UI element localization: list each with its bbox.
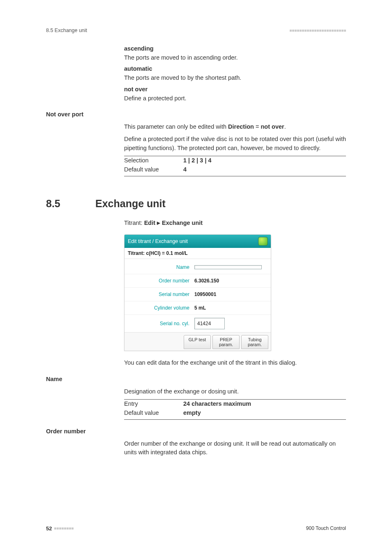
field-value-serial: 10950001 (194, 291, 216, 298)
text-bold: Edit ▸ Exchange unit (144, 220, 203, 226)
text: = (254, 123, 261, 130)
footer-product: 900 Touch Control (306, 525, 346, 532)
paragraph: Order number of the exchange or dosing u… (124, 439, 346, 458)
field-label-order: Order number (128, 277, 189, 284)
home-icon[interactable] (258, 237, 267, 245)
def-term-notover: not over (124, 85, 346, 94)
label-default: Default value (124, 409, 183, 418)
field-label-cyl: Cylinder volume (128, 304, 189, 312)
value-default: empty (183, 409, 201, 418)
def-desc-ascending: The ports are moved to in ascending orde… (124, 53, 346, 62)
heading-not-over-port: Not over port (46, 110, 346, 119)
label-entry: Entry (124, 400, 183, 409)
value-default: 4 (183, 165, 187, 174)
paragraph: Designation of the exchange or dosing un… (124, 387, 346, 396)
field-value-order: 6.3026.150 (194, 277, 219, 284)
field-input-serial-cyl[interactable]: 41424 (194, 318, 225, 329)
text-bold: Direction (228, 123, 254, 130)
text: . (284, 123, 286, 130)
tab-prep-param[interactable]: PREP param. (212, 335, 240, 349)
def-desc-automatic: The ports are moved to by the shortest p… (124, 74, 346, 83)
def-term-ascending: ascending (124, 44, 346, 53)
value-entry: 24 characters maximum (183, 400, 251, 409)
page-number: 52 (46, 525, 52, 533)
heading-order-number: Order number (46, 427, 346, 436)
section-title: Exchange unit (95, 196, 166, 212)
label-selection: Selection (124, 156, 183, 165)
paragraph: This parameter can only be edited with D… (124, 123, 346, 132)
header-left: 8.5 Exchange unit (46, 27, 87, 35)
header-decoration (290, 30, 346, 32)
footer-decoration (54, 527, 74, 530)
heading-name: Name (46, 375, 346, 384)
tab-glp-test[interactable]: GLP test (184, 335, 211, 349)
value-selection: 1 | 2 | 3 | 4 (183, 156, 212, 165)
tab-tubing-param[interactable]: Tubing param. (241, 335, 268, 349)
breadcrumb: Titrant: Edit ▸ Exchange unit (124, 219, 346, 228)
field-value-cyl: 5 mL (194, 304, 206, 312)
dialog-exchange-unit: Edit titrant / Exchange unit Titrant: c(… (124, 234, 271, 351)
text-bold: not over (261, 123, 284, 130)
text: This parameter can only be edited with (124, 123, 228, 130)
paragraph: Define a protected port if the valve dis… (124, 135, 346, 153)
field-label-name: Name (128, 264, 189, 271)
field-input-name[interactable] (194, 265, 262, 269)
def-term-automatic: automatic (124, 65, 346, 74)
dialog-subtitle: Titrant: c(HCl) = 0.1 mol/L (125, 248, 271, 259)
def-desc-notover: Define a protected port. (124, 94, 346, 103)
paragraph: You can edit data for the exchange unit … (124, 358, 346, 368)
field-label-serial-cyl: Serial no. cyl. (128, 320, 189, 327)
label-default: Default value (124, 165, 183, 174)
field-label-serial: Serial number (128, 291, 189, 298)
text: Titrant: (124, 220, 144, 226)
dialog-title: Edit titrant / Exchange unit (128, 238, 188, 245)
